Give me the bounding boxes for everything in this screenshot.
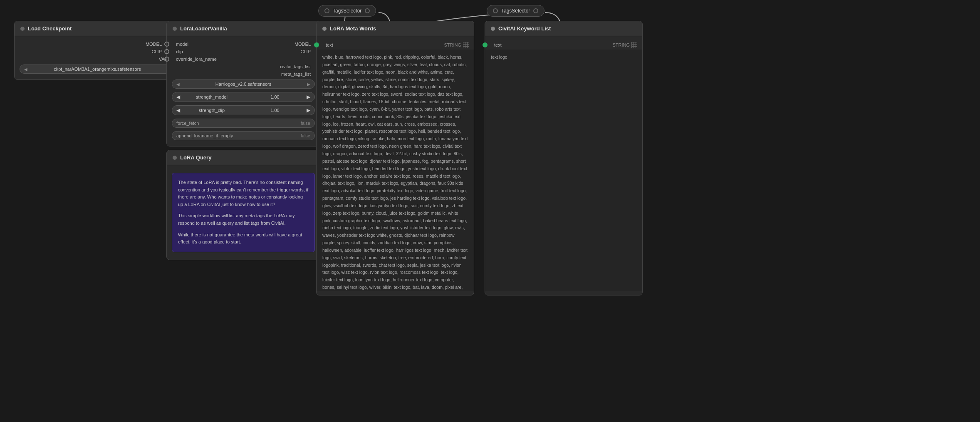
lora-query-body: The state of LoRA is pretty bad. There's…: [167, 165, 320, 260]
civitai-text-label: text: [489, 42, 507, 47]
append-loraname-label: append_loraname_if_empty: [176, 133, 301, 138]
lora-clip-in-label: clip: [171, 49, 188, 54]
lora-meta-grid-icon: [463, 42, 469, 48]
tags-selector-left-input[interactable]: [324, 8, 329, 13]
lora-name-widget-row: ◀ Harrlogos_v2.0.safetensors ▶: [167, 78, 320, 90]
force-fetch-row: force_fetch false: [167, 117, 320, 129]
lora-query-node: LoRA Query The state of LoRA is pretty b…: [166, 150, 320, 260]
lora-name-arrow-right[interactable]: ▶: [307, 82, 310, 87]
tags-selector-right[interactable]: TagsSelector: [487, 5, 544, 17]
load-checkpoint-header: Load Checkpoint: [15, 21, 180, 36]
lora-meta-status-dot: [322, 27, 327, 31]
strength-clip-arrow-left[interactable]: ◀: [176, 107, 180, 113]
lora-name-value: Harrlogos_v2.0.safetensors: [182, 82, 304, 87]
lora-civitai-tags-label: civitai_tags_list: [275, 64, 316, 69]
lora-loader-title: LoraLoaderVanilla: [180, 25, 227, 32]
append-loraname-row: append_loraname_if_empty false: [167, 129, 320, 142]
civitai-text-output[interactable]: [483, 42, 488, 47]
tags-selector-right-output[interactable]: [533, 8, 538, 13]
lora-override-label: override_lora_name: [171, 57, 222, 62]
civitai-status-dot: [491, 27, 495, 31]
civitai-text-port: text STRING: [485, 40, 642, 50]
tags-selector-left[interactable]: TagsSelector: [318, 5, 376, 17]
append-loraname-toggle[interactable]: append_loraname_if_empty false: [172, 131, 315, 140]
lora-query-title: LoRA Query: [180, 154, 211, 161]
lora-query-header: LoRA Query: [167, 150, 320, 165]
ckpt-name-widget-row: ◀ ckpt_narAOM3A1_orangemixs.safetensors …: [15, 63, 180, 75]
clip-port-label: CLIP: [147, 49, 167, 54]
strength-clip-label: strength_clip: [180, 108, 243, 113]
lora-meta-body: text STRING white, blue, harrowed text l…: [317, 36, 474, 295]
lora-clip-port: clip CLIP: [167, 48, 320, 55]
force-fetch-label: force_fetch: [176, 121, 301, 126]
lora-query-desc1: The state of LoRA is pretty bad. There's…: [178, 179, 309, 208]
civitai-grid-icon: [631, 42, 637, 48]
ckpt-name-value: ckpt_narAOM3A1_orangemixs.safetensors: [30, 67, 165, 72]
lora-meta-header: LoRA Meta Words: [317, 21, 474, 36]
lora-loader-node: LoraLoaderVanilla model MODEL clip: [166, 21, 320, 146]
lora-loader-body: model MODEL clip CLIP: [167, 36, 320, 146]
strength-model-arrow-right[interactable]: ▶: [307, 94, 310, 100]
civitai-header: CivitAI Keyword List: [485, 21, 642, 36]
lora-meta-string-badge: STRING: [444, 42, 474, 48]
lora-query-desc2: This simple workflow will list any meta …: [178, 212, 309, 227]
lora-query-desc3: While there is not guarantee the meta wo…: [178, 231, 309, 246]
strength-model-value: 1.00: [243, 94, 307, 99]
lora-civitai-tags-port: civitai_tags_list: [167, 63, 320, 70]
lora-name-arrow-left[interactable]: ◀: [176, 82, 180, 87]
lora-loader-header: LoraLoaderVanilla: [167, 21, 320, 36]
civitai-keyword-node: CivitAI Keyword List text STRING text lo…: [485, 21, 643, 295]
lora-query-description: The state of LoRA is pretty bad. There's…: [172, 173, 315, 252]
tags-selector-left-output[interactable]: [365, 8, 370, 13]
ckpt-arrow-left[interactable]: ◀: [24, 67, 27, 72]
load-checkpoint-status-dot: [20, 27, 25, 31]
load-checkpoint-clip-port: CLIP: [15, 48, 180, 55]
lora-meta-title: LoRA Meta Words: [330, 25, 376, 32]
lora-meta-text-output[interactable]: [314, 42, 319, 47]
lora-meta-text-port: text STRING: [317, 40, 474, 50]
strength-model-arrow-left[interactable]: ◀: [176, 94, 180, 100]
lora-override-port: override_lora_name: [167, 55, 320, 63]
strength-model-label: strength_model: [180, 94, 243, 99]
lora-loader-status-dot: [173, 27, 177, 31]
civitai-string-badge: STRING: [612, 42, 642, 48]
strength-clip-value: 1.00: [243, 108, 307, 113]
lora-override-input[interactable]: [164, 57, 169, 62]
model-port-label: MODEL: [141, 42, 167, 47]
lora-meta-tags-label: meta_tags_list: [276, 72, 316, 77]
lora-name-selector[interactable]: ◀ Harrlogos_v2.0.safetensors ▶: [172, 79, 315, 89]
force-fetch-value: false: [301, 121, 310, 126]
civitai-body: text STRING text logo: [485, 36, 642, 295]
lora-model-in-label: model: [171, 42, 193, 47]
strength-model-row: ◀ strength_model 1.00 ▶: [167, 90, 320, 104]
node-canvas: TagsSelector TagsSelector Load Checkpoin…: [0, 0, 980, 422]
strength-model-input[interactable]: ◀ strength_model 1.00 ▶: [172, 92, 315, 102]
load-checkpoint-vae-port: VAE: [15, 55, 180, 63]
tags-selector-left-label: TagsSelector: [333, 8, 361, 14]
lora-model-port: model MODEL: [167, 40, 320, 48]
lora-clip-input[interactable]: [164, 49, 169, 54]
load-checkpoint-body: MODEL CLIP: [15, 36, 180, 79]
strength-clip-input[interactable]: ◀ strength_clip 1.00 ▶: [172, 105, 315, 115]
force-fetch-toggle[interactable]: force_fetch false: [172, 119, 315, 128]
lora-meta-text-area[interactable]: white, blue, harrowed text logo, pink, r…: [317, 50, 474, 291]
lora-meta-words-node: LoRA Meta Words text STRING white, blue,…: [316, 21, 474, 295]
load-checkpoint-model-port: MODEL: [15, 40, 180, 48]
lora-model-out-label: MODEL: [290, 42, 316, 47]
append-loraname-value: false: [301, 133, 310, 138]
ckpt-name-selector[interactable]: ◀ ckpt_narAOM3A1_orangemixs.safetensors …: [20, 65, 175, 74]
strength-clip-arrow-right[interactable]: ▶: [307, 107, 310, 113]
tags-selector-right-label: TagsSelector: [501, 8, 530, 14]
lora-query-status-dot: [173, 156, 177, 160]
civitai-title: CivitAI Keyword List: [498, 25, 551, 32]
lora-clip-out-label: CLIP: [296, 49, 316, 54]
lora-model-input[interactable]: [164, 42, 169, 47]
strength-clip-row: ◀ strength_clip 1.00 ▶: [167, 104, 320, 117]
load-checkpoint-node: Load Checkpoint MODEL CLIP: [14, 21, 181, 80]
civitai-text-area[interactable]: text logo: [485, 50, 642, 291]
load-checkpoint-title: Load Checkpoint: [28, 25, 72, 32]
lora-meta-text-label: text: [321, 42, 338, 47]
lora-meta-tags-port: meta_tags_list: [167, 70, 320, 78]
tags-selector-right-input[interactable]: [493, 8, 498, 13]
